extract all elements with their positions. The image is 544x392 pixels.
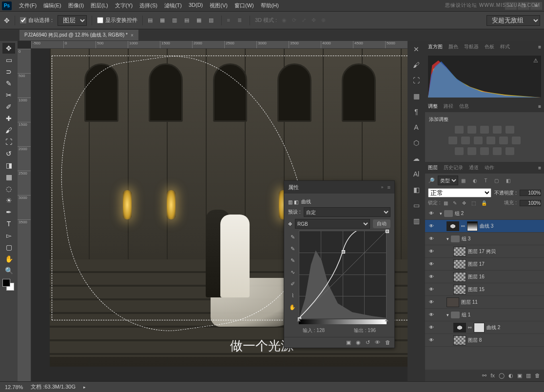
distribute-icons[interactable]: ≡ ≣ [227, 17, 244, 23]
tools-icon[interactable]: ✕ [411, 44, 422, 55]
document-tab[interactable]: PJ2A6940 拷贝.psd @ 12.8% (曲线 3, RGB/8) *× [19, 30, 138, 40]
properties-panel[interactable]: 属性 »≡ ▥ ◧曲线 预设 : 自定 ✥ RGB 自动 ✎ ✎ ✎ ∿ ✐ ⌇… [284, 180, 395, 348]
layer-row[interactable]: 👁 图层 15 [425, 283, 544, 296]
layer-row[interactable]: 👁 图层 8 [425, 334, 544, 347]
stamp-tool[interactable]: ⛶ [2, 137, 15, 147]
styles-icon[interactable]: ◧ [411, 184, 422, 195]
toggle-vis-icon[interactable]: 👁 [375, 339, 380, 346]
autosel-target[interactable]: 图层 [58, 15, 87, 26]
panel-menu-icon[interactable]: ≡ [538, 44, 541, 50]
blend-mode-select[interactable]: 正常 [428, 188, 491, 197]
tab-导航器[interactable]: 导航器 [464, 43, 479, 50]
show-transform[interactable]: 显示变换控件 [97, 17, 137, 24]
adj-bw[interactable] [474, 137, 483, 144]
menu-文字(Y)[interactable]: 文字(Y) [112, 2, 136, 9]
visibility-icon[interactable]: 👁 [427, 287, 436, 292]
path-select-tool[interactable]: ▻ [2, 230, 15, 241]
adj-invert[interactable] [455, 147, 464, 155]
adj-poster[interactable] [467, 147, 476, 155]
layer-row[interactable]: 👁 ⚯ 曲线 2 [425, 321, 544, 334]
curve-point-tool[interactable]: ∿ [288, 268, 297, 276]
blur-tool[interactable]: ◌ [2, 183, 15, 194]
adj-brightness[interactable] [455, 126, 464, 134]
filter-icons[interactable]: ▦ ◐ T ▢ ◧ [461, 178, 513, 183]
lasso-tool[interactable]: ⊃ [2, 66, 15, 77]
layer-row[interactable]: 👁 ▾ 组 3 [425, 233, 544, 245]
tab-通道[interactable]: 通道 [469, 164, 479, 171]
adj-exposure[interactable] [493, 126, 502, 134]
sampler-icon[interactable]: ✥ [288, 221, 292, 227]
menu-选择(S)[interactable]: 选择(S) [136, 2, 161, 9]
new-layer-icon[interactable]: ▥ [526, 372, 531, 379]
adj-icon[interactable]: ◐ [508, 372, 513, 379]
tab-直方图[interactable]: 直方图 [428, 43, 443, 50]
delete-adj-icon[interactable]: 🗑 [385, 339, 390, 346]
marquee-tool[interactable]: ▭ [2, 55, 15, 65]
history-brush-tool[interactable]: ↺ [2, 148, 15, 159]
visibility-icon[interactable]: 👁 [427, 325, 436, 330]
menu-3D(D)[interactable]: 3D(D) [185, 2, 206, 9]
layer-row[interactable]: 👁 ▾ 组 1 [425, 309, 544, 321]
eraser-tool[interactable]: ◨ [2, 160, 15, 171]
glyph-icon[interactable]: Al [411, 169, 422, 179]
visibility-icon[interactable]: 👁 [427, 261, 436, 267]
adj-hue[interactable] [448, 137, 457, 144]
menu-图像(I)[interactable]: 图像(I) [65, 2, 87, 9]
layers-list[interactable]: 👁 ▾ 组 2👁 ⚯ 曲线 3👁 ▾ 组 3👁 图层 17 拷贝👁 图层 17👁… [425, 207, 544, 370]
menu-编辑(E)[interactable]: 编辑(E) [40, 2, 65, 9]
panel-menu-icon[interactable]: ≡ [538, 104, 541, 109]
close-tab-icon[interactable]: × [131, 33, 134, 38]
layer-row[interactable]: 👁 图层 16 [425, 271, 544, 283]
curve-smooth[interactable]: ⌇ [288, 291, 297, 300]
trash-icon[interactable]: 🗑 [535, 372, 540, 378]
tab-样式[interactable]: 样式 [500, 43, 510, 50]
visibility-icon[interactable]: 👁 [427, 223, 436, 229]
gradient-tool[interactable]: ▦ [2, 172, 15, 182]
adj-lut[interactable] [512, 137, 521, 144]
tab-历史记录[interactable]: 历史记录 [444, 164, 463, 171]
align-icons[interactable]: ▤ ▦ ▥ ▤ ▦ ▥ [148, 17, 216, 23]
channel-select[interactable]: RGB [295, 219, 370, 229]
auto-button[interactable]: 自动 [373, 219, 390, 228]
visibility-icon[interactable]: 👁 [427, 299, 436, 305]
tab-动作[interactable]: 动作 [485, 164, 494, 171]
tab-路径[interactable]: 路径 [444, 103, 453, 110]
swatch-panel-icon[interactable]: ▦ [411, 91, 422, 101]
quick-select-tool[interactable]: ✎ [2, 78, 15, 89]
mask-icon[interactable]: ◯ [499, 372, 505, 379]
layer-filter-select[interactable]: 类型 [438, 176, 458, 185]
visibility-icon[interactable]: 👁 [427, 211, 436, 216]
3d-icon[interactable]: ⬡ [411, 137, 422, 148]
adj-levels[interactable] [467, 126, 476, 134]
curve-hand[interactable]: ✋ [288, 303, 297, 312]
eyedropper-tool[interactable]: ✐ [2, 101, 15, 112]
visibility-icon[interactable]: 👁 [427, 274, 436, 279]
tab-信息[interactable]: 信息 [459, 103, 469, 110]
curves-chart[interactable] [299, 231, 387, 318]
eyedrop-black[interactable]: ✎ [288, 233, 297, 241]
menu-窗口(W)[interactable]: 窗口(W) [231, 2, 257, 9]
adj-thresh[interactable] [480, 147, 489, 155]
layer-row[interactable]: 👁 图层 11 [425, 296, 544, 309]
adj-balance[interactable] [461, 137, 470, 144]
adj-vibrance[interactable] [505, 126, 514, 134]
dodge-tool[interactable]: ☀ [2, 195, 15, 206]
preset-select[interactable]: 自定 [304, 207, 390, 217]
device-icon[interactable]: ▭ [411, 200, 422, 211]
adj-gradmap[interactable] [493, 147, 502, 155]
menu-滤镜(T)[interactable]: 滤镜(T) [161, 2, 185, 9]
adj-curves[interactable] [480, 126, 489, 134]
fill-input[interactable] [520, 200, 541, 206]
move-tool[interactable]: ✥ [2, 43, 15, 54]
layer-row[interactable]: 👁 ▾ 组 2 [425, 207, 544, 220]
auto-select[interactable]: 自动选择 : [20, 17, 53, 24]
pen-tool[interactable]: ✒ [2, 207, 15, 217]
paragraph-icon[interactable]: ¶ [411, 106, 422, 117]
tab-色板[interactable]: 色板 [485, 43, 494, 50]
visibility-icon[interactable]: 👁 [427, 236, 436, 241]
visibility-icon[interactable]: 👁 [427, 337, 436, 343]
tool-preset-select[interactable]: 安超无敌组 [486, 15, 540, 26]
eyedrop-white[interactable]: ✎ [288, 256, 297, 265]
link-icon[interactable]: ⚯ [482, 372, 486, 379]
tab-颜色[interactable]: 颜色 [448, 43, 458, 50]
